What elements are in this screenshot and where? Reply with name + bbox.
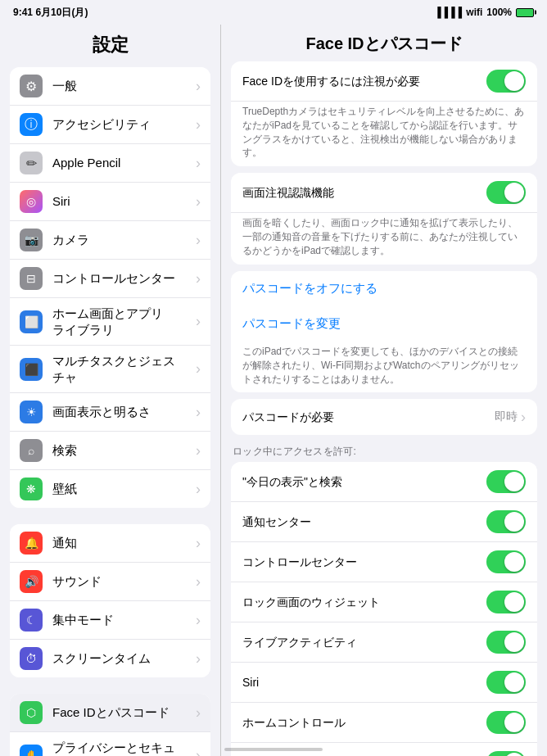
wallpaper-icon: ❋ <box>20 478 43 500</box>
search-label: 検索 <box>52 442 77 459</box>
sidebar-item-face-id[interactable]: ⬡ Face IDとパスコード <box>10 694 210 732</box>
lock-widgets-toggle-thumb <box>504 592 524 612</box>
passcode-required-value: 即時 <box>495 410 518 424</box>
status-time: 9:41 6月10日(月) <box>13 6 88 20</box>
passcode-required-row[interactable]: パスコードが必要 即時 <box>231 399 537 435</box>
home-screen-chevron <box>196 313 201 330</box>
screen-time-icon: ⏱ <box>20 647 43 670</box>
control-center-toggle-thumb <box>504 552 524 572</box>
face-id-chevron <box>196 704 201 722</box>
attention-aware-section: 画面注視認識機能 画面を暗くしたり、画面ロック中に通知を拡げて表示したり、一部の… <box>231 173 537 264</box>
today-search-toggle-thumb <box>504 472 524 491</box>
multitasking-icon: ⬛ <box>20 358 43 381</box>
sidebar: 設定 ⚙ 一般 ⓘ アクセシビリティ ✏ Apple Pencil ◎ Siri <box>0 25 221 756</box>
privacy-icon: ✋ <box>20 745 43 757</box>
live-activity-toggle-thumb <box>504 632 524 652</box>
sidebar-item-control-center[interactable]: ⊟ コントロールセンター <box>10 260 210 298</box>
multitasking-label: マルチタスクとジェスチャ <box>52 353 186 385</box>
focus-chevron <box>196 612 201 629</box>
apple-pencil-icon: ✏ <box>20 152 43 174</box>
sidebar-item-camera[interactable]: 📷 カメラ <box>10 221 210 260</box>
sidebar-item-wallpaper[interactable]: ❋ 壁紙 <box>10 470 210 508</box>
missed-calls-toggle[interactable] <box>486 751 526 756</box>
lock-widgets-label: ロック画面のウィジェット <box>242 595 486 609</box>
notification-center-label: 通知センター <box>242 514 486 529</box>
sidebar-title: 設定 <box>0 25 220 64</box>
right-panel: Face IDとパスコード Face IDを使用するには注視が必要 TrueDe… <box>221 25 547 756</box>
general-chevron <box>196 78 201 95</box>
sounds-icon: 🔊 <box>20 570 43 593</box>
multitasking-chevron <box>196 360 201 378</box>
sounds-chevron <box>196 573 201 591</box>
privacy-label: プライバシーとセキュリティ <box>52 740 186 756</box>
search-chevron <box>196 442 201 459</box>
sidebar-section-security: ⬡ Face IDとパスコード ✋ プライバシーとセキュリティ <box>10 694 210 756</box>
sidebar-item-privacy[interactable]: ✋ プライバシーとセキュリティ <box>10 732 210 756</box>
home-screen-label: ホーム画面とアプリ ライブラリ <box>52 306 163 337</box>
control-center-row: コントロールセンター <box>231 542 537 582</box>
lock-access-label: ロック中にアクセスを許可: <box>221 441 547 462</box>
passcode-off-link[interactable]: パスコードをオフにする <box>231 271 537 306</box>
face-id-label: Face IDとパスコード <box>52 704 170 721</box>
notifications-chevron <box>196 535 201 552</box>
siri-icon: ◎ <box>20 190 43 213</box>
passcode-change-link[interactable]: パスコードを変更 <box>231 306 537 342</box>
notification-center-toggle[interactable] <box>486 510 526 533</box>
live-activity-label: ライブアクティビティ <box>242 635 486 650</box>
attention-required-toggle[interactable] <box>486 70 526 93</box>
search-icon: ⌕ <box>20 439 43 462</box>
today-search-toggle[interactable] <box>486 470 526 493</box>
sidebar-item-home-screen[interactable]: ⬜ ホーム画面とアプリ ライブラリ <box>10 298 210 346</box>
lock-widgets-toggle[interactable] <box>486 591 526 613</box>
general-label: 一般 <box>52 78 77 94</box>
sidebar-section-general: ⚙ 一般 ⓘ アクセシビリティ ✏ Apple Pencil ◎ Siri 📷 <box>10 67 210 508</box>
control-center-toggle[interactable] <box>486 550 526 573</box>
sidebar-item-focus[interactable]: ☾ 集中モード <box>10 601 210 640</box>
signal-icon: ▐▐▐▐ <box>434 7 462 18</box>
wallpaper-chevron <box>196 481 201 498</box>
home-screen-icon: ⬜ <box>20 310 43 333</box>
display-icon: ☀ <box>20 401 43 423</box>
face-id-icon: ⬡ <box>20 701 43 724</box>
attention-required-desc: TrueDepthカメラはセキュリティレベルを向上させるために、あなたがiPad… <box>231 102 537 166</box>
live-activity-toggle[interactable] <box>486 631 526 654</box>
missed-calls-toggle-thumb <box>504 753 524 756</box>
passcode-required-chevron <box>521 409 526 426</box>
sidebar-item-search[interactable]: ⌕ 検索 <box>10 432 210 470</box>
sidebar-item-screen-time[interactable]: ⏱ スクリーンタイム <box>10 640 210 677</box>
notification-center-toggle-thumb <box>504 512 524 532</box>
sidebar-item-display[interactable]: ☀ 画面表示と明るさ <box>10 393 210 432</box>
focus-icon: ☾ <box>20 609 43 632</box>
focus-label: 集中モード <box>52 612 114 628</box>
control-center-icon: ⊟ <box>20 267 43 290</box>
sidebar-item-general[interactable]: ⚙ 一般 <box>10 67 210 106</box>
accessibility-chevron <box>196 116 201 134</box>
screen-time-label: スクリーンタイム <box>52 650 151 667</box>
attention-aware-toggle[interactable] <box>486 181 526 204</box>
today-search-label: "今日の表示"と検索 <box>242 474 486 489</box>
siri-row-toggle-thumb <box>504 672 524 692</box>
camera-chevron <box>196 232 201 249</box>
general-icon: ⚙ <box>20 75 43 97</box>
sidebar-item-sounds[interactable]: 🔊 サウンド <box>10 563 210 601</box>
wallpaper-label: 壁紙 <box>52 481 77 497</box>
attention-required-row: Face IDを使用するには注視が必要 <box>231 61 537 102</box>
wifi-icon: wifi <box>466 7 482 18</box>
siri-row-toggle[interactable] <box>486 671 526 694</box>
attention-aware-row: 画面注視認識機能 <box>231 173 537 213</box>
sidebar-item-notifications[interactable]: 🔔 通知 <box>10 524 210 563</box>
attention-aware-label: 画面注視認識機能 <box>242 185 486 200</box>
control-center-row-label: コントロールセンター <box>242 555 486 569</box>
home-control-toggle[interactable] <box>486 711 526 734</box>
accessibility-label: アクセシビリティ <box>52 116 151 133</box>
sidebar-item-siri[interactable]: ◎ Siri <box>10 183 210 221</box>
sidebar-item-accessibility[interactable]: ⓘ アクセシビリティ <box>10 106 210 144</box>
sidebar-item-apple-pencil[interactable]: ✏ Apple Pencil <box>10 144 210 183</box>
apple-pencil-chevron <box>196 155 201 172</box>
passcode-links-section: パスコードをオフにする パスコードを変更 このiPadでパスコードを変更しても、… <box>231 271 537 393</box>
attention-aware-toggle-thumb <box>504 183 524 202</box>
camera-icon: 📷 <box>20 229 43 251</box>
sounds-label: サウンド <box>52 573 102 590</box>
status-bar: 9:41 6月10日(月) ▐▐▐▐ wifi 100% <box>0 0 547 25</box>
sidebar-item-multitasking[interactable]: ⬛ マルチタスクとジェスチャ <box>10 346 210 393</box>
